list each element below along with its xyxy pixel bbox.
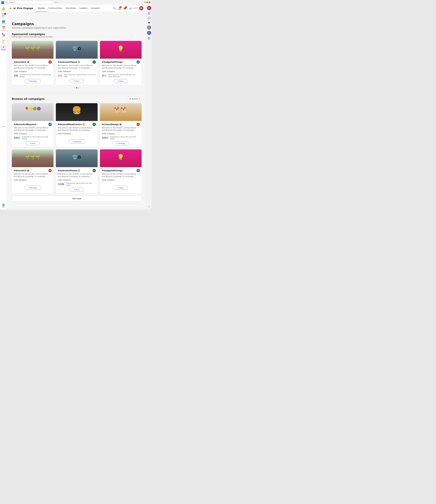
right-panel-icon-heart[interactable]: ❤️ bbox=[147, 21, 151, 25]
nav-link-communities[interactable]: Communities bbox=[46, 5, 64, 12]
minimize-button[interactable] bbox=[144, 1, 146, 3]
nav-link-home[interactable]: Home bbox=[36, 5, 46, 12]
verified-icon: 🔴 bbox=[119, 123, 122, 126]
following-button-give2023-2[interactable]: Following bbox=[24, 186, 41, 190]
sidebar-item-chat[interactable]: 💬 1 Chat bbox=[0, 12, 7, 18]
browse-header: Browse all campaigns ⚙ Active ▾ bbox=[12, 97, 142, 101]
sidebar-item-activity[interactable]: 🔔 Activity bbox=[0, 6, 7, 12]
card-followers: 234k Followers bbox=[14, 133, 52, 135]
follow-button-gogreenplease-2[interactable]: Follow bbox=[70, 188, 84, 192]
right-panel-icon-c[interactable]: C bbox=[147, 11, 151, 15]
share-button[interactable]: 📊 bbox=[128, 6, 133, 11]
follow-button-gogreenplease[interactable]: Follow bbox=[70, 79, 84, 83]
card-desc: Welcome to Van Arsdel's annual Above and… bbox=[14, 173, 52, 178]
right-panel-avatar-3[interactable]: A bbox=[147, 31, 151, 35]
sidebar-item-calls[interactable]: 📞 Calls bbox=[0, 32, 7, 38]
dropdown-icon: ▾ bbox=[139, 98, 140, 100]
card-body-cutestdawgs: #CutestDawgs 🔴 # Welcome to Van Arsdel's… bbox=[100, 121, 142, 147]
active-filter-button[interactable]: ⚙ Active ▾ bbox=[127, 97, 142, 101]
follow-button-aboveandbeyond[interactable]: Follow bbox=[26, 141, 40, 145]
campaign-card-gadgetsnthings-2: #GadgetsNThings ✔️ # Welcome to Van Arsd… bbox=[100, 149, 142, 193]
dot-2[interactable] bbox=[76, 87, 77, 88]
card-title-area: #BeyondMeatLovers ✅ bbox=[58, 123, 85, 126]
card-title: #GoGreenPlease bbox=[58, 169, 77, 172]
hamburger-menu[interactable]: ≡ bbox=[9, 7, 12, 10]
search-button[interactable]: 🔍 bbox=[112, 6, 117, 11]
calls-icon: 📞 bbox=[2, 33, 5, 36]
card-title-row: #AboveAndBeyond ✔️ # bbox=[14, 123, 52, 126]
left-sidebar: 🔔 Activity 💬 1 Chat 👥 Teams 📅 Calendar 📞… bbox=[0, 5, 7, 210]
following-button-give2023[interactable]: Following bbox=[24, 79, 41, 83]
right-panel-collapse-button[interactable]: « bbox=[147, 204, 151, 208]
store-icon: 🏪 bbox=[2, 203, 5, 206]
titlebar-more[interactable]: ••• bbox=[54, 1, 58, 4]
verified-icon: ✅ bbox=[78, 61, 80, 63]
inbox-button[interactable]: 📥 1 bbox=[123, 6, 127, 11]
campaign-card-gadgetsnthings: #GadgetsNThings ✔️ # Welcome to Van Arsd… bbox=[100, 41, 142, 85]
sidebar-item-calendar[interactable]: 📅 Calendar bbox=[0, 26, 7, 31]
hash-badge-blue: # bbox=[136, 169, 140, 172]
sponsored-section: Sponsored campaigns Campaigns recommende… bbox=[12, 33, 142, 88]
card-title-row: #BeyondMeatLovers ✅ # bbox=[58, 123, 96, 126]
card-title-row: #Give2023 🔴 # bbox=[14, 169, 52, 172]
card-social-info: Followed by Henry Brill and 126 others bbox=[14, 136, 52, 140]
nav-link-storylines[interactable]: Storylines bbox=[64, 5, 78, 12]
card-title-area: #Give2023 🔴 bbox=[14, 61, 29, 63]
card-desc: Welcome to Van Arsdel's annual Above and… bbox=[102, 173, 140, 178]
card-action: Follow bbox=[102, 79, 140, 83]
verified-icon: 🔴 bbox=[27, 61, 29, 63]
sponsor-avatars bbox=[58, 74, 62, 77]
dot-3[interactable] bbox=[78, 87, 79, 88]
card-sponsored-info: Sponsored by Henry Brill and Amanda Brad… bbox=[14, 74, 52, 78]
card-title-area: #AboveAndBeyond ✔️ bbox=[14, 123, 38, 126]
verified-icon: ✅ bbox=[78, 170, 80, 171]
page-subtitle: Discover campaigns happening in your org… bbox=[12, 27, 142, 29]
sidebar-item-store[interactable]: 🏪 Store bbox=[0, 203, 7, 208]
sponsored-text: Sponsored by Celeste Burton and Cecil Fo… bbox=[64, 74, 96, 78]
sponsored-prev-button[interactable]: ‹ bbox=[133, 34, 137, 38]
right-panel-icon-chat[interactable]: 💬 bbox=[147, 16, 151, 20]
campaign-card-gogreenplease: #GoGreenPlease ✅ # Welcome to Van Arsdel… bbox=[56, 41, 98, 85]
notification-button[interactable]: 🔔 10 bbox=[117, 6, 122, 11]
user-avatar[interactable]: JD bbox=[139, 6, 143, 10]
card-body-gogreenplease-2: #GoGreenPlease ✅ # Welcome to Van Arsdel… bbox=[56, 167, 98, 193]
card-body-gogreenplease: #GoGreenPlease ✅ # Welcome to Van Arsdel… bbox=[56, 59, 98, 85]
card-desc: Welcome to Van Arsdel's annual Above and… bbox=[102, 126, 140, 132]
viva-logo-icon: 🦋 bbox=[13, 7, 16, 10]
follow-button-gadgetsnthings[interactable]: Follow bbox=[114, 79, 128, 83]
card-title-row: #GoGreenPlease ✅ # bbox=[58, 169, 96, 172]
sidebar-item-engage[interactable]: ⚡ Engage bbox=[0, 45, 7, 51]
close-button[interactable] bbox=[149, 1, 150, 3]
files-icon: 📁 bbox=[2, 39, 5, 42]
card-body-beyondmeatlovers: #BeyondMeatLovers ✅ # Welcome to Van Ars… bbox=[56, 121, 98, 145]
hash-badge-blue: # bbox=[48, 123, 52, 126]
sidebar-more-button[interactable]: ••• bbox=[2, 126, 5, 128]
sponsored-text: Sponsored by Henry Brill and Amanda Brad… bbox=[20, 74, 52, 78]
card-followers: 234k Followers bbox=[58, 133, 96, 135]
follow-button-gadgetsnthings-2[interactable]: Follow bbox=[114, 186, 128, 190]
sponsored-next-button[interactable]: › bbox=[137, 34, 142, 38]
top-navigation: ≡ 🦋 Viva Engage Home Communities Storyli… bbox=[7, 5, 146, 12]
nav-link-leaders[interactable]: Leaders bbox=[78, 5, 89, 12]
nav-link-answers[interactable]: Answers bbox=[89, 5, 102, 12]
card-title-area: #Give2023 🔴 bbox=[14, 169, 29, 172]
following-button-cutestdawgs[interactable]: Following bbox=[112, 141, 129, 145]
sponsored-text: Sponsored by Amanda Brady and Collin Bal… bbox=[108, 74, 140, 78]
maximize-button[interactable] bbox=[146, 1, 148, 3]
see-more-button[interactable]: See more bbox=[12, 196, 142, 201]
right-panel-icon-smiley[interactable]: 😊 bbox=[147, 36, 151, 40]
dot-1[interactable] bbox=[74, 87, 75, 88]
sidebar-item-teams[interactable]: 👥 Teams bbox=[0, 19, 7, 25]
sidebar-item-files[interactable]: 📁 Files bbox=[0, 38, 7, 45]
back-button[interactable]: ‹ bbox=[12, 15, 16, 19]
right-panel-avatar-2[interactable]: U bbox=[147, 26, 151, 30]
following-button-beyondmeatlovers[interactable]: Following bbox=[68, 139, 85, 144]
right-panel-avatar-1[interactable]: JD bbox=[147, 6, 151, 10]
sidebar-label-engage: Engage bbox=[1, 49, 6, 50]
nav-more-button[interactable]: ••• bbox=[133, 6, 138, 11]
browse-section: Browse all campaigns ⚙ Active ▾ bbox=[12, 97, 142, 201]
titlebar-search[interactable]: 🔍 Search bbox=[5, 1, 52, 4]
card-followers: 234k Followers bbox=[14, 179, 52, 181]
sponsored-nav: ‹ › bbox=[133, 34, 142, 38]
card-title: #AboveAndBeyond bbox=[14, 123, 36, 126]
